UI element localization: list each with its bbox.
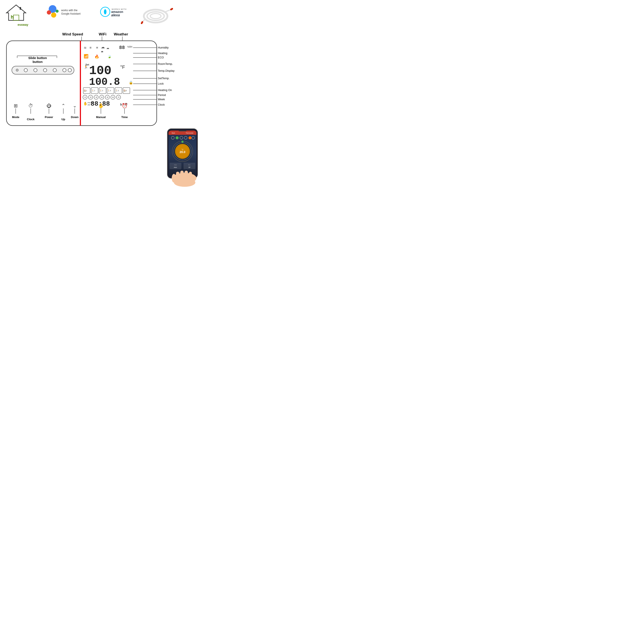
clock-h-unit: h — [120, 103, 122, 106]
google-dot-red — [47, 10, 51, 15]
svg-point-108 — [172, 174, 176, 182]
device-box — [6, 41, 157, 126]
manual-label: Manual — [96, 115, 106, 119]
svg-point-81 — [176, 136, 179, 139]
svg-point-26 — [63, 68, 66, 72]
clock-icon-right: ⏱ — [125, 103, 128, 106]
time-label: Time — [121, 115, 128, 119]
down-icon: ⌄ — [73, 103, 77, 108]
svg-text:③: ③ — [95, 96, 97, 99]
svg-rect-106 — [185, 171, 188, 179]
svg-text:④: ④ — [101, 96, 103, 99]
up-label: Up — [61, 118, 65, 121]
svg-text:①: ① — [84, 96, 86, 99]
clock-display: 88:88 — [91, 100, 110, 108]
wind-icon: ≋ — [84, 46, 87, 50]
power-icon: ⏻ — [47, 103, 51, 108]
lock-icon: 🔒 — [129, 81, 133, 85]
svg-text:h: h — [11, 14, 14, 20]
sub-temp-display: 100.8 — [89, 76, 120, 88]
svg-text:⚙: ⚙ — [15, 68, 19, 72]
svg-text:AM: AM — [88, 104, 90, 106]
svg-text:Back: Back — [172, 132, 175, 134]
alexa-ring-inner — [104, 9, 106, 14]
svg-text:⑤: ⑤ — [106, 96, 108, 99]
humidity-value: 88 — [119, 45, 125, 50]
snowflake-icon: ✳ — [89, 46, 92, 50]
lock-annotation: Lock — [158, 82, 164, 85]
week-annotation: Week — [158, 98, 165, 101]
svg-text:🚶3: 🚶3 — [100, 89, 103, 92]
svg-point-11 — [171, 8, 173, 10]
cloud2-icon: ☁ — [106, 46, 109, 50]
svg-text:essway: essway — [18, 23, 28, 26]
svg-marker-0 — [6, 5, 26, 20]
svg-text:②: ② — [90, 96, 92, 99]
flame-icon: 🔥 — [94, 54, 99, 59]
svg-text:Eco: Eco — [188, 164, 191, 166]
svg-text:Thermostat: Thermostat — [186, 132, 193, 134]
svg-rect-105 — [180, 171, 184, 179]
svg-text:Heat: Heat — [174, 164, 177, 166]
svg-rect-5 — [20, 7, 21, 10]
svg-text:20.0: 20.0 — [179, 150, 185, 154]
svg-line-12 — [143, 19, 145, 21]
svg-point-14 — [141, 22, 143, 24]
wind-speed-label: Wind Speed — [62, 32, 83, 36]
clock-btn-icon: ⏱ — [28, 103, 33, 108]
google-dot-green — [56, 10, 59, 13]
alexa-product-text: alexa — [111, 13, 120, 17]
set-label: Set — [85, 63, 89, 66]
google-dot-yellow — [51, 12, 56, 18]
main-temp-display: 100 — [89, 64, 111, 78]
temp-unit-main: °F — [120, 64, 125, 70]
google-product-text: Google Assistant — [61, 12, 81, 15]
svg-point-8 — [150, 14, 161, 19]
svg-text:⑥: ⑥ — [112, 96, 114, 99]
svg-point-27 — [68, 68, 71, 72]
logo-house: h essway — [6, 5, 28, 26]
wifi-label: WiFi — [99, 32, 106, 36]
svg-point-103 — [174, 178, 195, 187]
svg-line-9 — [165, 10, 171, 12]
sun-icon: ☀ — [96, 46, 99, 50]
humidity-annotation: Humidity — [158, 46, 169, 49]
eco-icon: 🍃 — [107, 54, 112, 58]
roomtemp-annotation: RoomTemp. — [158, 62, 173, 65]
alexa-amazon-text: amazon — [111, 10, 123, 14]
down-label: Down — [71, 115, 78, 119]
svg-point-24 — [43, 68, 47, 72]
svg-point-25 — [53, 68, 56, 72]
svg-text:🚶2: 🚶2 — [92, 89, 95, 92]
rain-icon: 🌧 — [101, 50, 103, 53]
svg-text:🚶5: 🚶5 — [115, 89, 119, 92]
up-icon: ⌃ — [61, 103, 65, 108]
clock-annotation: Clock — [158, 103, 165, 106]
svg-text:🚶4: 🚶4 — [108, 89, 111, 92]
power-label: Power — [45, 115, 53, 119]
svg-rect-104 — [176, 172, 179, 179]
svg-point-22 — [24, 68, 27, 72]
svg-text:Off: Off — [188, 167, 190, 168]
mode-icon: ⊞ — [14, 103, 18, 108]
wifi-icon: 📶 — [84, 54, 89, 59]
tempdisplay-annotation: Temp.Display — [158, 69, 175, 72]
cloud-icon: ☁ — [101, 45, 105, 49]
svg-rect-96 — [184, 163, 195, 169]
sensor-cable — [141, 8, 173, 24]
svg-rect-107 — [189, 172, 192, 179]
svg-text:🏠1: 🏠1 — [84, 89, 87, 92]
svg-text:Auto: Auto — [174, 167, 177, 168]
slide-button-label2: button — [33, 60, 43, 64]
humidity-unit: %RH — [127, 46, 132, 48]
period-annotation: Period — [158, 93, 166, 97]
clock-label: Clock — [27, 118, 35, 121]
svg-rect-2 — [13, 15, 19, 20]
svg-point-84 — [188, 136, 191, 139]
weather-label: Weather — [114, 32, 128, 36]
mode-label: Mode — [12, 115, 19, 119]
settemp-annotation: SetTemp. — [158, 77, 170, 80]
hand-icon: ✋ — [83, 102, 88, 106]
svg-rect-93 — [170, 163, 181, 169]
eco-annotation: ECO — [158, 56, 164, 59]
